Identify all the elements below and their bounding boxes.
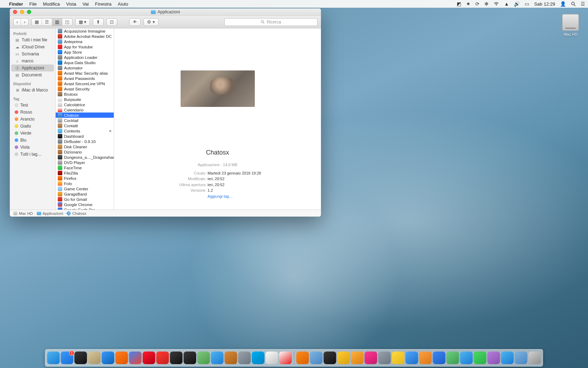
app-row[interactable]: Cocktail (56, 118, 114, 123)
dock-app7[interactable] (447, 352, 459, 364)
dock-cards[interactable] (266, 352, 278, 364)
app-row[interactable]: Contents (56, 128, 114, 134)
spotlight-icon[interactable] (571, 1, 576, 6)
dock-terminal[interactable] (170, 352, 183, 364)
dock-calendar[interactable] (279, 352, 292, 364)
user-icon[interactable]: 👤 (560, 1, 566, 7)
app-row[interactable]: Foto (56, 181, 114, 186)
forward-button[interactable]: › (21, 19, 28, 26)
dock-chrome[interactable] (129, 352, 142, 364)
back-button[interactable]: ‹ (14, 19, 21, 26)
dock-finder[interactable] (47, 352, 60, 364)
sidebar-tag-tutti i tag…[interactable]: Tutti i tag… (10, 151, 55, 158)
dock-hand[interactable] (156, 352, 169, 364)
sidebar-tag-blu[interactable]: Blu (10, 137, 55, 144)
gallery-view-button[interactable]: ◫ (62, 19, 72, 26)
dock-app1[interactable] (197, 352, 210, 364)
app-row[interactable]: Firefox (56, 176, 114, 181)
dock-opera[interactable] (143, 352, 155, 364)
path-segment[interactable]: Chatosx (67, 211, 86, 216)
add-tags-link[interactable]: Aggiungi tag… (208, 193, 233, 199)
clock-day[interactable]: Sab (534, 1, 542, 7)
pathbar[interactable]: Mac HD›Applicazioni›Chatosx (10, 210, 321, 217)
app-row[interactable]: FaceTime (56, 165, 114, 170)
quicklook-button[interactable]: 👁 (129, 18, 141, 26)
share-button[interactable]: ⬆ (93, 18, 104, 26)
dock-app4[interactable] (310, 352, 323, 364)
dock-trash[interactable] (528, 352, 541, 364)
close-button[interactable] (13, 10, 17, 14)
maximize-button[interactable] (27, 10, 31, 14)
icon-view-button[interactable]: ▦ (32, 19, 42, 26)
display-icon[interactable]: ▭ (525, 1, 529, 7)
dock-terminal2[interactable] (184, 352, 196, 364)
app-row[interactable]: Aqua Data Studio (56, 60, 114, 65)
dock-app5[interactable] (324, 352, 336, 364)
app-row[interactable]: Dashboard (56, 134, 114, 139)
status-icon-2[interactable]: ✷ (466, 1, 470, 7)
sidebar-device[interactable]: 🖥iMac di Marco (10, 87, 55, 94)
app-row[interactable]: Dizionario (56, 149, 114, 155)
dock-vlc[interactable] (296, 352, 309, 364)
app-row[interactable]: DirBuster - 0.9.10 (56, 139, 114, 144)
sidebar-item-icloud-drive[interactable]: ☁iCloud Drive (10, 43, 55, 50)
dock-pages[interactable] (419, 352, 432, 364)
sidebar-tag-arancio[interactable]: Arancio (10, 116, 55, 123)
sidebar-tag-verde[interactable]: Verde (10, 130, 55, 137)
status-icon-4[interactable]: ▲ (504, 1, 509, 7)
app-row[interactable]: Chatosx (56, 113, 114, 118)
dock-messages[interactable] (211, 352, 224, 364)
sidebar-tag-test[interactable]: Test (10, 102, 55, 109)
action-button[interactable]: ⚙ ▾ (144, 18, 159, 26)
dock-numbers[interactable] (474, 352, 486, 364)
app-row[interactable]: Contatti (56, 123, 114, 128)
app-row[interactable]: Calendario (56, 107, 114, 113)
app-row[interactable]: Avast Passwords (56, 76, 114, 81)
app-row[interactable]: Brutosx (56, 91, 114, 97)
app-row[interactable]: Automator (56, 65, 114, 70)
dock-users[interactable] (460, 352, 473, 364)
status-icon-1[interactable]: ◩ (457, 1, 461, 7)
dock-focus[interactable] (406, 352, 418, 364)
app-row[interactable]: Google Chrome (56, 202, 114, 207)
app-row[interactable]: Google Earth Pro (56, 207, 114, 210)
app-row[interactable]: Dungeons_a…_Dragonshard (56, 155, 114, 160)
column-view-button[interactable]: ▥ (52, 19, 62, 26)
titlebar[interactable]: Applicazioni (10, 8, 321, 16)
app-row[interactable]: Application Loader (56, 55, 114, 60)
sidebar-tag-giallo[interactable]: Giallo (10, 123, 55, 130)
app-row[interactable]: Avast Mac Security alias (56, 70, 114, 76)
menu-window[interactable]: Finestra (95, 1, 112, 7)
dock-safari[interactable] (102, 352, 114, 364)
search-input[interactable]: Ricerca (224, 18, 317, 26)
app-row[interactable]: FileZilla (56, 170, 114, 176)
dock-garageband[interactable] (351, 352, 364, 364)
sidebar-item-applicazioni[interactable]: ⒶApplicazioni (11, 64, 54, 71)
app-row[interactable]: Avast Security (56, 86, 114, 91)
app-row[interactable]: App for Youtube (56, 44, 114, 49)
dock-print[interactable] (88, 352, 101, 364)
tags-button[interactable]: ⊡ (106, 18, 117, 26)
wifi-icon[interactable] (493, 2, 499, 6)
app-row[interactable]: Burpsuite (56, 97, 114, 102)
app-row[interactable]: Disk Cleaner (56, 144, 114, 149)
menu-help[interactable]: Aiuto (118, 1, 128, 7)
sidebar-item-marco[interactable]: ⌂marco (10, 57, 55, 64)
sidebar-item-tutti-i-miei-file[interactable]: ▤Tutti i miei file (10, 36, 55, 43)
list-view-button[interactable]: ☰ (42, 19, 52, 26)
menu-view[interactable]: Vista (66, 1, 76, 7)
app-row[interactable]: Avast SecureLine VPN (56, 81, 114, 86)
dock-preview[interactable] (515, 352, 527, 364)
dock-skype[interactable] (252, 352, 265, 364)
app-row[interactable]: GarageBand (56, 191, 114, 197)
minimize-button[interactable] (20, 10, 24, 14)
notifications-icon[interactable]: ☰ (581, 1, 585, 7)
app-row[interactable]: Anteprima (56, 39, 114, 44)
dock-app2[interactable] (225, 352, 237, 364)
app-row[interactable]: Acquisizione Immagine (56, 28, 114, 34)
menu-edit[interactable]: Modifica (43, 1, 60, 7)
dock-itunes[interactable] (365, 352, 377, 364)
clock-time[interactable]: 12:29 (544, 1, 555, 7)
dock-firefox[interactable] (115, 352, 128, 364)
arrange-button[interactable]: ▦ ▾ (75, 18, 90, 26)
